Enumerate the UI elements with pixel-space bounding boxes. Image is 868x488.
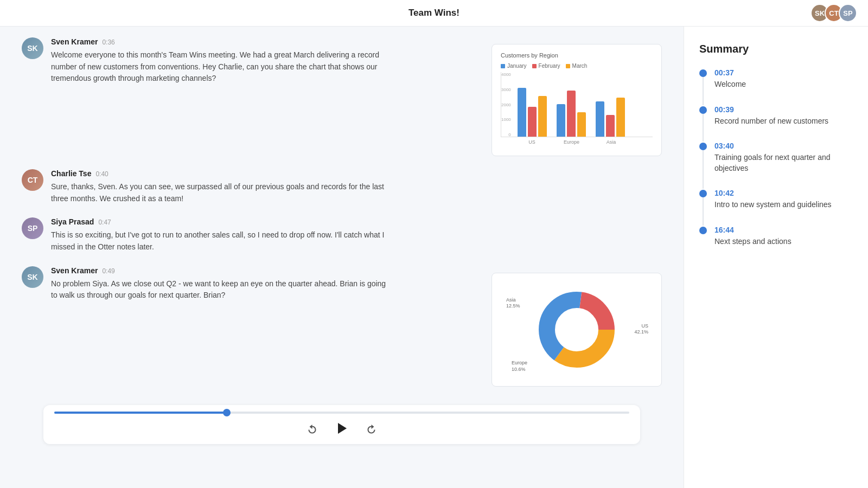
speaker-name: Siya Prasad	[51, 217, 94, 226]
msg-header: Sven Kramer 0:36	[51, 37, 484, 46]
legend-label-mar: March	[572, 63, 588, 69]
bar-eu-jan	[557, 104, 565, 137]
legend-jan: January	[501, 63, 527, 69]
summary-item[interactable]: 00:37 Welcome	[699, 68, 853, 105]
legend-dot-feb	[532, 64, 537, 68]
summary-title: Summary	[699, 43, 853, 55]
summary-content: 10:42 Intro to new system and guidelines	[714, 189, 832, 210]
bar-labels: US Europe Asia	[501, 139, 653, 145]
avatar: SK	[22, 266, 43, 288]
summary-item[interactable]: 00:39 Record number of new customers	[699, 105, 853, 142]
msg-text: No problem Siya. As we close out Q2 - we…	[51, 278, 387, 301]
bar-chart-title: Customers by Region	[501, 52, 653, 59]
summary-dot	[699, 143, 707, 150]
play-button[interactable]	[335, 421, 349, 435]
donut-label-asia: Asia12.5%	[506, 297, 520, 310]
msg-timestamp: 0:47	[98, 219, 111, 226]
summary-items: 00:37 Welcome 00:39 Record number of new…	[699, 68, 853, 262]
message-block: CT Charlie Tse 0:40 Sure, thanks, Sven. …	[22, 169, 662, 204]
forward-button[interactable]	[365, 422, 378, 435]
message-block: SP Siya Prasad 0:47 This is so exciting,…	[22, 217, 662, 253]
msg-content: Sven Kramer 0:49 No problem Siya. As we …	[51, 266, 484, 301]
rewind-button[interactable]	[305, 422, 318, 435]
msg-content: Charlie Tse 0:40 Sure, thanks, Sven. As …	[51, 169, 662, 204]
page-title: Team Wins!	[409, 8, 459, 18]
summary-dot	[699, 190, 707, 197]
legend-dot-jan	[501, 64, 505, 68]
msg-content: Sven Kramer 0:36 Welcome everyone to thi…	[51, 37, 484, 85]
bar-chart-legend: January February March	[501, 63, 653, 69]
participant-avatars: SK CT SP	[815, 4, 857, 22]
bar-chart-inner: 4000 3000 2000 1000 0	[501, 72, 653, 137]
bar-group-asia	[596, 98, 625, 137]
bar-group-europe	[557, 91, 586, 137]
bar-asia-feb	[606, 115, 615, 137]
rewind-icon	[305, 422, 318, 435]
summary-time: 16:44	[714, 226, 792, 234]
msg-timestamp: 0:49	[102, 267, 114, 275]
summary-item[interactable]: 03:40 Training goals for next quarter an…	[699, 142, 853, 189]
player-controls	[54, 421, 629, 435]
message-block: SK Sven Kramer 0:49 No problem Siya. As …	[22, 266, 662, 387]
summary-description: Record number of new customers	[714, 116, 828, 127]
summary-time: 10:42	[714, 189, 832, 197]
forward-icon	[365, 422, 378, 435]
legend-dot-mar	[566, 64, 570, 68]
donut-hole	[556, 309, 597, 350]
progress-track[interactable]	[54, 412, 629, 414]
avatar: SP	[22, 217, 43, 239]
progress-thumb	[223, 409, 231, 416]
bar-eu-feb	[567, 91, 576, 137]
main-layout: SK Sven Kramer 0:36 Welcome everyone to …	[0, 27, 868, 488]
msg-content: Siya Prasad 0:47 This is so exciting, bu…	[51, 217, 662, 253]
bar-us-feb	[528, 107, 537, 137]
progress-fill	[54, 412, 227, 414]
avatar-3: SP	[839, 4, 857, 22]
svg-marker-0	[338, 423, 347, 434]
play-icon	[335, 421, 349, 435]
msg-text: Welcome everyone to this month's Team Wi…	[51, 49, 387, 85]
summary-description: Training goals for next quarter and obje…	[714, 152, 853, 174]
legend-label-jan: January	[507, 63, 527, 69]
bar-label-asia: Asia	[596, 139, 626, 145]
bar-us-mar	[538, 96, 547, 137]
bar-label-us: US	[517, 139, 547, 145]
summary-time: 00:37	[714, 68, 746, 77]
summary-content: 00:39 Record number of new customers	[714, 105, 828, 127]
summary-dot	[699, 69, 707, 77]
msg-timestamp: 0:36	[102, 38, 114, 46]
player-bar	[43, 405, 640, 444]
bar-eu-mar	[577, 112, 586, 137]
msg-text: Sure, thanks, Sven. As you can see, we s…	[51, 181, 387, 204]
donut-chart-container: Asia12.5% US42.1% Europe10.6%	[492, 273, 662, 387]
summary-item[interactable]: 16:44 Next steps and actions	[699, 226, 853, 262]
summary-time: 03:40	[714, 142, 853, 150]
speaker-name: Charlie Tse	[51, 169, 91, 178]
summary-panel: Summary 00:37 Welcome 00:39 Record numbe…	[684, 27, 868, 488]
header: Team Wins! SK CT SP	[0, 0, 868, 27]
bar-asia-jan	[596, 101, 604, 137]
summary-description: Next steps and actions	[714, 236, 792, 247]
donut-label-europe: Europe10.6%	[512, 360, 527, 373]
summary-description: Welcome	[714, 79, 746, 90]
summary-content: 16:44 Next steps and actions	[714, 226, 792, 247]
chat-area: SK Sven Kramer 0:36 Welcome everyone to …	[0, 27, 684, 488]
avatar: SK	[22, 37, 43, 59]
msg-header: Sven Kramer 0:49	[51, 266, 484, 275]
summary-item[interactable]: 10:42 Intro to new system and guidelines	[699, 189, 853, 226]
donut-chart: Asia12.5% US42.1% Europe10.6%	[501, 281, 653, 378]
bar-chart-container: Customers by Region January February Mar…	[492, 44, 662, 156]
legend-feb: February	[532, 63, 560, 69]
donut-label-us: US42.1%	[634, 323, 648, 336]
bar-asia-mar	[616, 98, 625, 137]
summary-content: 03:40 Training goals for next quarter an…	[714, 142, 853, 174]
message-block: SK Sven Kramer 0:36 Welcome everyone to …	[22, 37, 662, 156]
summary-content: 00:37 Welcome	[714, 68, 746, 90]
msg-timestamp: 0:40	[95, 170, 108, 178]
msg-header: Siya Prasad 0:47	[51, 217, 662, 226]
summary-dot	[699, 227, 707, 234]
donut-svg	[533, 286, 620, 373]
msg-header: Charlie Tse 0:40	[51, 169, 662, 178]
bar-us-jan	[518, 88, 526, 137]
summary-description: Intro to new system and guidelines	[714, 200, 832, 210]
